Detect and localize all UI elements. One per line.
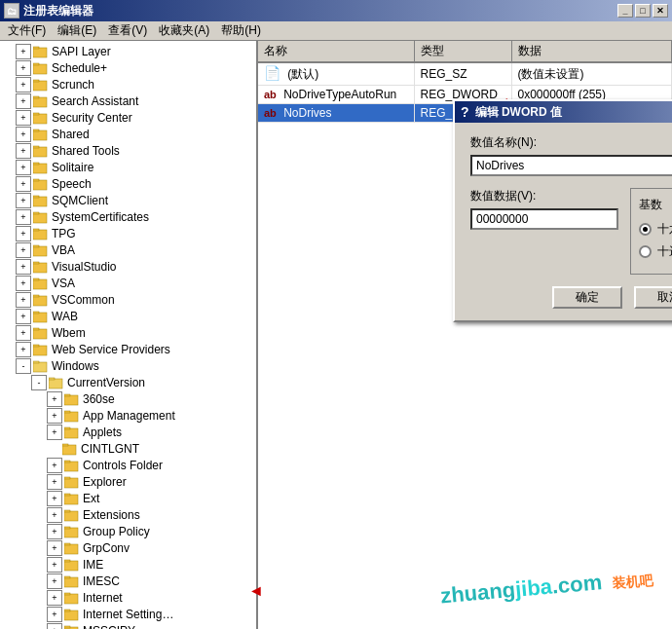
tree-item-sapi[interactable]: + SAPI Layer (0, 43, 243, 59)
expander-grpconv[interactable]: + (47, 540, 62, 556)
tree-item-vba[interactable]: + VBA (0, 241, 243, 258)
tree-label: VSCommon (52, 293, 115, 307)
svg-rect-20 (33, 213, 47, 223)
expander-applets[interactable]: + (47, 425, 62, 440)
tree-item-webservice[interactable]: + Web Service Providers (0, 341, 243, 357)
tree-item-grpconv[interactable]: + GrpConv (0, 539, 243, 556)
expander-vscommon[interactable]: + (16, 292, 31, 308)
expander-schedule[interactable]: + (16, 60, 31, 76)
expander-grouppolicy[interactable]: + (47, 524, 62, 539)
dialog-cancel-button[interactable]: 取消 (634, 286, 672, 309)
expander-webservice[interactable]: + (16, 342, 31, 357)
tree-item-security-center[interactable]: + Security Center (0, 109, 243, 126)
radio-dec-btn[interactable] (639, 245, 652, 258)
dialog-data-input[interactable] (470, 208, 618, 230)
radio-hex-btn[interactable] (639, 223, 652, 236)
dialog-buttons: 确定 取消 (470, 286, 672, 309)
tree-item-tpg[interactable]: + TPG (0, 225, 243, 241)
expander-360se[interactable]: + (47, 391, 62, 407)
tree-item-wab[interactable]: + WAB (0, 308, 243, 324)
table-row[interactable]: 📄 (默认) REG_SZ (数值未设置) (258, 62, 672, 86)
expander-ime[interactable]: + (47, 557, 62, 573)
expander-security-center[interactable]: + (16, 110, 31, 126)
menu-view[interactable]: 查看(V) (102, 20, 153, 41)
tree-item-currentversion[interactable]: - CurrentVersion (0, 374, 243, 390)
expander-internet[interactable]: + (47, 590, 62, 606)
tree-item-wbem[interactable]: + Wbem (0, 324, 243, 341)
folder-icon-solitaire (33, 161, 49, 174)
tree-item-vstudio[interactable]: + VisualStudio (0, 258, 243, 275)
tree-item-controls-folder[interactable]: + Controls Folder (0, 457, 243, 473)
tree-item-shared-tools[interactable]: + Shared Tools (0, 142, 243, 159)
expander-shared-tools[interactable]: + (16, 143, 31, 159)
expander-windows[interactable]: - (16, 358, 31, 374)
tree-item-360se[interactable]: + 360se (0, 390, 243, 407)
expander-currentversion[interactable]: - (31, 375, 47, 390)
minimize-button[interactable]: _ (617, 4, 633, 18)
expander-wab[interactable]: + (16, 309, 31, 324)
expander-solitaire[interactable]: + (16, 160, 31, 175)
expander-scrunch[interactable]: + (16, 77, 31, 92)
tree-item-appmgmt[interactable]: + App Management (0, 407, 243, 424)
tree-item-cintlgnt[interactable]: CINTLGNT (0, 440, 243, 457)
tree-item-schedule[interactable]: + Schedule+ (0, 59, 243, 76)
expander-search-assistant[interactable]: + (16, 93, 31, 109)
radio-dec[interactable]: 十进制(D) (639, 243, 672, 260)
tree-panel[interactable]: + SAPI Layer + Schedule+ + Scrunch (0, 41, 258, 629)
radio-hex-label: 十六进制(H) (657, 221, 672, 238)
tree-item-applets[interactable]: + Applets (0, 424, 243, 440)
expander-tpg[interactable]: + (16, 226, 31, 241)
tree-item-internet-settings[interactable]: + Internet Setting… (0, 606, 243, 622)
dialog-ok-button[interactable]: 确定 (552, 286, 622, 309)
tree-item-ext[interactable]: + Ext (0, 490, 243, 506)
tree-item-shared[interactable]: + Shared (0, 126, 243, 142)
expander-speech[interactable]: + (16, 176, 31, 192)
tree-item-vscommon[interactable]: + VSCommon (0, 291, 243, 308)
close-button[interactable]: ✕ (653, 4, 668, 18)
tree-item-msscipy[interactable]: + MSSCIPY (0, 622, 243, 629)
svg-rect-8 (33, 114, 47, 124)
tree-item-scrunch[interactable]: + Scrunch (0, 76, 243, 92)
svg-rect-3 (33, 63, 39, 65)
tree-item-search-assistant[interactable]: + Search Assistant (0, 92, 243, 109)
tree-label: Speech (52, 177, 92, 191)
tree-item-grouppolicy[interactable]: + Group Policy (0, 523, 243, 539)
expander-msscipy[interactable]: + (47, 623, 62, 630)
tree-item-vsa[interactable]: + VSA (0, 275, 243, 291)
menu-file[interactable]: 文件(F) (2, 20, 52, 41)
tree-item-imesc[interactable]: + IMESC (0, 573, 243, 589)
expander-ext[interactable]: + (47, 491, 62, 506)
menu-edit[interactable]: 编辑(E) (52, 20, 102, 41)
tree-item-explorer[interactable]: + Explorer (0, 473, 243, 490)
tree-label: IME (83, 558, 103, 572)
tree-label: Internet (83, 591, 123, 605)
expander-extensions[interactable]: + (47, 507, 62, 523)
maximize-button[interactable]: □ (635, 4, 651, 18)
menu-help[interactable]: 帮助(H) (215, 20, 267, 41)
menu-favorites[interactable]: 收藏夹(A) (153, 20, 215, 41)
expander-internet-settings[interactable]: + (47, 607, 62, 622)
expander-wbem[interactable]: + (16, 325, 31, 341)
tree-item-internet[interactable]: + Internet (0, 589, 243, 606)
expander-vba[interactable]: + (16, 242, 31, 258)
expander-vstudio[interactable]: + (16, 259, 31, 275)
tree-item-speech[interactable]: + Speech (0, 175, 243, 192)
radio-hex[interactable]: 十六进制(H) (639, 221, 672, 238)
tree-item-syscert[interactable]: + SystemCertificates (0, 208, 243, 225)
expander-sapi[interactable]: + (16, 44, 31, 59)
expander-vsa[interactable]: + (16, 276, 31, 291)
expander-shared[interactable]: + (16, 127, 31, 142)
dialog-name-input[interactable] (470, 155, 672, 176)
expander-sqmclient[interactable]: + (16, 193, 31, 208)
tree-item-solitaire[interactable]: + Solitaire (0, 159, 243, 175)
tree-item-ime[interactable]: + IME (0, 556, 243, 573)
expander-syscert[interactable]: + (16, 209, 31, 225)
expander-controls-folder[interactable]: + (47, 458, 62, 473)
svg-rect-63 (64, 560, 70, 562)
expander-explorer[interactable]: + (47, 474, 62, 490)
tree-item-sqmclient[interactable]: + SQMClient (0, 192, 243, 208)
tree-item-extensions[interactable]: + Extensions (0, 506, 243, 523)
expander-imesc[interactable]: + (47, 574, 62, 589)
expander-appmgmt[interactable]: + (47, 408, 62, 424)
tree-item-windows[interactable]: - Windows (0, 357, 243, 374)
